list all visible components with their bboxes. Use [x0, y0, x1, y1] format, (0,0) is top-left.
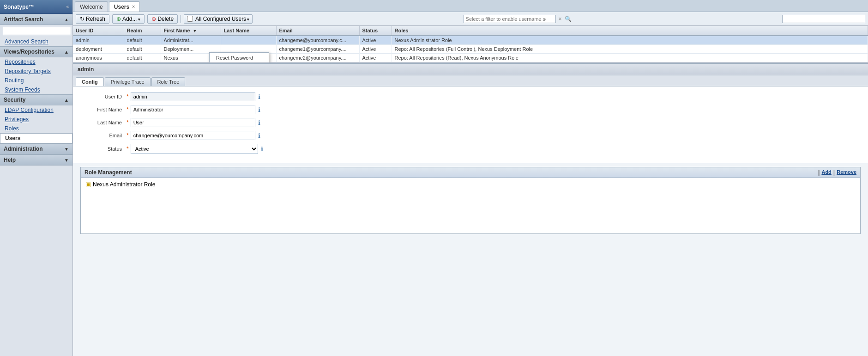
- col-user-id[interactable]: User ID: [73, 26, 124, 36]
- first-name-required-icon: *: [127, 106, 129, 113]
- delete-icon: [151, 16, 156, 22]
- table-row[interactable]: admindefaultAdministrat...changeme@yourc…: [73, 36, 868, 45]
- sidebar-item-routing[interactable]: Routing: [0, 76, 72, 85]
- role-management-title: Role Management: [84, 169, 132, 176]
- sidebar-item-repositories[interactable]: Repositories: [0, 57, 72, 67]
- artifact-search-input[interactable]: [3, 27, 71, 35]
- col-realm[interactable]: Realm: [124, 26, 161, 36]
- toolbar: Refresh Add... Delete All Configured Use…: [73, 12, 868, 26]
- separator-pipe: |: [818, 169, 820, 176]
- detail-tab-privilege-trace[interactable]: Privilege Trace: [105, 77, 151, 86]
- sidebar-item-roles[interactable]: Roles: [0, 124, 72, 133]
- tab-users-close-icon[interactable]: ×: [132, 4, 135, 9]
- refresh-button[interactable]: Refresh: [76, 14, 109, 24]
- email-required-icon: *: [127, 132, 129, 139]
- user-id-help-icon[interactable]: ℹ: [258, 93, 260, 100]
- col-status[interactable]: Status: [359, 26, 392, 36]
- context-menu: Reset Password Set Password: [209, 52, 269, 63]
- last-name-input[interactable]: [131, 118, 255, 127]
- first-name-label: First Name: [80, 107, 127, 112]
- sidebar-item-advanced-search[interactable]: Advanced Search: [0, 37, 72, 46]
- first-name-input[interactable]: [131, 105, 255, 114]
- status-label: Status: [80, 146, 127, 152]
- status-help-icon[interactable]: ℹ: [261, 146, 263, 153]
- detail-tab-config[interactable]: Config: [76, 77, 104, 86]
- role-remove-link[interactable]: Remove: [837, 169, 856, 176]
- filter-dropdown[interactable]: All Configured Users: [184, 14, 253, 24]
- detail-header: admin: [73, 64, 868, 75]
- sidebar-item-ldap-configuration[interactable]: LDAP Configuration: [0, 105, 72, 115]
- role-item[interactable]: ▣ Nexus Administrator Role: [84, 180, 857, 189]
- email-input[interactable]: [131, 131, 255, 140]
- email-help-icon[interactable]: ℹ: [258, 132, 260, 139]
- administration-toggle[interactable]: ▼: [64, 147, 69, 152]
- toolbar-search-icon[interactable]: 🔍: [565, 16, 572, 22]
- sidebar-item-system-feeds[interactable]: System Feeds: [0, 85, 72, 94]
- form-row-status: Status * Active Disabled ℹ: [80, 144, 861, 154]
- main-area: Welcome Users × Refresh Add... Delete Al…: [73, 0, 868, 356]
- filter-checkbox[interactable]: [187, 16, 193, 22]
- first-name-help-icon[interactable]: ℹ: [258, 106, 260, 113]
- artifact-search-toggle[interactable]: ▲: [64, 17, 69, 22]
- detail-panel: admin Config Privilege Trace Role Tree U…: [73, 63, 868, 356]
- sidebar-item-privileges[interactable]: Privileges: [0, 115, 72, 124]
- table-row[interactable]: deploymentdefaultDeploymen...changeme1@y…: [73, 45, 868, 54]
- help-label: Help: [4, 157, 16, 163]
- views-repositories-toggle[interactable]: ▲: [64, 49, 69, 55]
- security-section[interactable]: Security ▲: [0, 94, 72, 105]
- last-name-required-icon: *: [127, 119, 129, 126]
- col-roles[interactable]: Roles: [392, 26, 868, 36]
- filter-label: All Configured Users: [195, 16, 246, 22]
- status-required-icon: *: [127, 146, 129, 152]
- toolbar-search-input[interactable]: [464, 15, 556, 23]
- toolbar-clear-icon[interactable]: ×: [559, 16, 562, 22]
- users-table: User ID Realm First Name ▼ Last Name Ema…: [73, 26, 868, 62]
- tab-bar: Welcome Users ×: [73, 0, 868, 12]
- col-last-name[interactable]: Last Name: [221, 26, 276, 36]
- artifact-search-section[interactable]: Artifact Search ▲: [0, 14, 72, 25]
- security-items: LDAP ConfigurationPrivilegesRolesUsers: [0, 105, 72, 143]
- add-button[interactable]: Add...: [112, 14, 145, 24]
- role-management-body: ▣ Nexus Administrator Role: [81, 178, 860, 233]
- refresh-icon: [80, 16, 84, 22]
- administration-section[interactable]: Administration ▼: [0, 143, 72, 154]
- role-management-header: Role Management | Add | Remove: [81, 167, 860, 178]
- refresh-label: Refresh: [86, 16, 105, 22]
- help-toggle[interactable]: ▼: [64, 158, 69, 163]
- detail-tab-role-tree[interactable]: Role Tree: [151, 77, 186, 86]
- tab-users[interactable]: Users ×: [109, 1, 140, 12]
- col-first-name[interactable]: First Name ▼: [161, 26, 221, 36]
- role-item-label: Nexus Administrator Role: [93, 181, 155, 188]
- views-repositories-items: RepositoriesRepository TargetsRoutingSys…: [0, 57, 72, 94]
- app-header: Sonatype™ «: [0, 0, 72, 14]
- last-name-help-icon[interactable]: ℹ: [258, 119, 260, 126]
- delete-label: Delete: [157, 16, 174, 22]
- status-select[interactable]: Active Disabled: [131, 144, 258, 154]
- views-repositories-section[interactable]: Views/Repositories ▲: [0, 46, 72, 57]
- tab-welcome-label: Welcome: [80, 4, 103, 10]
- form-row-user-id: User ID * ℹ: [80, 92, 861, 101]
- administration-label: Administration: [4, 146, 43, 152]
- global-search-input[interactable]: [782, 15, 865, 23]
- user-id-required-icon: *: [127, 93, 129, 100]
- role-add-link[interactable]: Add: [821, 169, 831, 176]
- tab-welcome[interactable]: Welcome: [75, 1, 108, 12]
- sidebar-item-repository-targets[interactable]: Repository Targets: [0, 67, 72, 76]
- app-title: Sonatype™: [4, 4, 34, 10]
- role-management-actions: | Add | Remove: [818, 169, 856, 176]
- last-name-label: Last Name: [80, 120, 127, 125]
- security-toggle[interactable]: ▲: [64, 98, 69, 103]
- user-id-input[interactable]: [131, 92, 255, 101]
- detail-form: User ID * ℹ First Name * ℹ Last Name *: [73, 86, 868, 163]
- delete-button[interactable]: Delete: [147, 14, 178, 24]
- table-row[interactable]: anonymousdefaultNexusAnonymous Userchang…: [73, 54, 868, 62]
- help-section[interactable]: Help ▼: [0, 154, 72, 166]
- add-label: Add...: [122, 16, 137, 22]
- col-email[interactable]: Email: [276, 26, 359, 36]
- views-repositories-label: Views/Repositories: [4, 49, 54, 55]
- sidebar-item-users[interactable]: Users: [0, 133, 72, 143]
- sidebar: Sonatype™ « Artifact Search ▲ 🔍 Advanced…: [0, 0, 73, 356]
- context-menu-reset-password[interactable]: Reset Password: [210, 53, 269, 63]
- role-separator: |: [833, 169, 835, 176]
- sidebar-collapse-icon[interactable]: «: [66, 4, 69, 9]
